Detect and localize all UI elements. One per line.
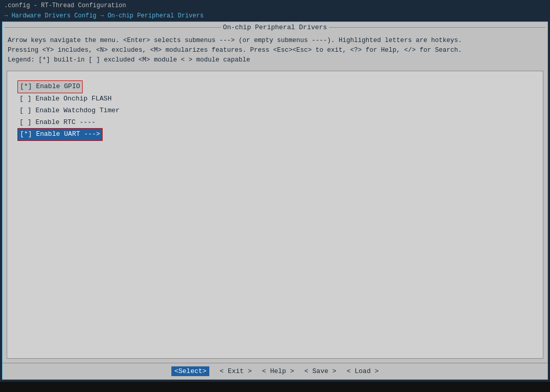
menu-item-enable-flash[interactable]: [ ] Enable Onchip FLASH — [17, 93, 533, 105]
breadcrumb-text: → Hardware Drivers Config → On-chip Peri… — [4, 12, 204, 19]
title-dash-right — [329, 27, 545, 28]
menu-item-enable-watchdog[interactable]: [ ] Enable Watchdog Timer — [17, 105, 533, 117]
info-line-1: Arrow keys navigate the menu. <Enter> se… — [8, 36, 542, 46]
help-button[interactable]: < Help > — [262, 367, 294, 375]
title-dash-left — [5, 27, 221, 28]
breadcrumb: → Hardware Drivers Config → On-chip Peri… — [0, 11, 550, 20]
info-line-3: Legend: [*] built-in [ ] excluded <M> mo… — [8, 55, 542, 65]
menu-item-enable-uart[interactable]: [*] Enable UART ---> — [17, 128, 103, 141]
exit-button[interactable]: < Exit > — [220, 367, 251, 375]
statusbar — [0, 382, 550, 392]
save-button[interactable]: < Save > — [304, 367, 336, 375]
window-title: On-chip Peripheral Drivers — [223, 24, 327, 31]
info-line-2: Pressing <Y> includes, <N> excludes, <M>… — [8, 46, 542, 55]
title-bar: .config - RT-Thread Configuration — [0, 0, 550, 11]
select-button[interactable]: <Select> — [171, 366, 209, 376]
menu-item-enable-rtc[interactable]: [ ] Enable RTC ---- — [17, 117, 533, 129]
menu-content-area: [*] Enable GPIO[ ] Enable Onchip FLASH[ … — [7, 71, 543, 359]
menu-list: [*] Enable GPIO[ ] Enable Onchip FLASH[ … — [17, 80, 533, 141]
window-title-bar: On-chip Peripheral Drivers — [3, 22, 547, 33]
bottom-bar: <Select> < Exit > < Help > < Save > < Lo… — [3, 363, 547, 379]
main-window: On-chip Peripheral Drivers Arrow keys na… — [2, 22, 548, 380]
load-button[interactable]: < Load > — [347, 367, 379, 375]
info-text-block: Arrow keys navigate the menu. <Enter> se… — [3, 33, 547, 69]
menu-item-enable-gpio[interactable]: [*] Enable GPIO — [17, 80, 83, 93]
app-title: .config - RT-Thread Configuration — [4, 2, 126, 9]
